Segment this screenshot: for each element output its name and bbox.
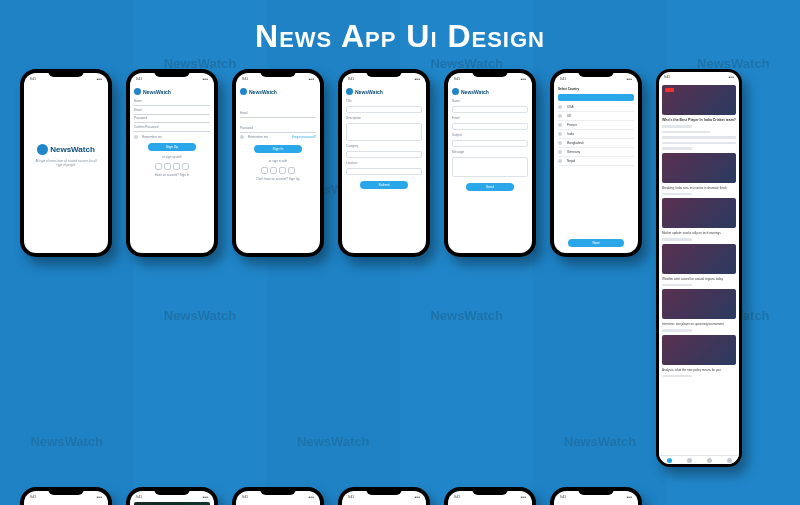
forgot-link[interactable]: Forgot password? <box>292 135 316 139</box>
google-icon[interactable] <box>164 163 171 170</box>
facebook-icon[interactable] <box>261 167 268 174</box>
news-card[interactable] <box>662 153 736 183</box>
screen-splash: 9:41●●● NewsWatch All type of news from … <box>20 69 112 257</box>
checkbox-icon[interactable] <box>240 135 244 139</box>
message-field[interactable] <box>452 157 528 177</box>
screen-signup: 9:41●●● NewsWatch Name Email Password Co… <box>126 69 218 257</box>
live-badge <box>665 88 674 92</box>
screen-article: 9:41●●● Women's population soars & BIG p… <box>126 487 218 505</box>
screen-profile: 9:41●●● Full Name Email Phone Country Ch… <box>550 487 642 505</box>
globe-icon <box>346 88 353 95</box>
screen-home: 9:41●●● Home Who's the Best Player In In… <box>20 487 112 505</box>
screen-tags: 9:41●●● Popular Tags Cricket · Politics … <box>232 487 324 505</box>
apple-icon[interactable] <box>279 167 286 174</box>
news-card[interactable] <box>662 335 736 365</box>
signin-button[interactable]: Sign In <box>254 145 302 153</box>
subject-field[interactable] <box>452 140 528 147</box>
signup-button[interactable]: Sign Up <box>148 143 196 151</box>
country-item[interactable]: India <box>558 130 634 139</box>
loc-field[interactable] <box>346 168 422 175</box>
mockup-gallery: 9:41●●● NewsWatch All type of news from … <box>0 55 800 505</box>
country-item[interactable]: Nepal <box>558 157 634 166</box>
nav-bookmark-icon[interactable] <box>707 458 712 463</box>
screen-signin: 9:41●●● NewsWatch Email Password Remembe… <box>232 69 324 257</box>
hero-image[interactable] <box>662 85 736 115</box>
country-item[interactable]: Germany <box>558 148 634 157</box>
screen-contact: 9:41●●● NewsWatch Name Email Subject Mes… <box>444 69 536 257</box>
social-row <box>134 163 210 170</box>
send-button[interactable]: Send <box>466 183 514 191</box>
globe-icon <box>134 88 141 95</box>
news-card[interactable] <box>662 244 736 274</box>
next-button[interactable]: Next <box>568 239 624 247</box>
name-field[interactable] <box>452 106 528 113</box>
screen-feed-scroll: 9:41●●● Who's the Best Player In India C… <box>656 69 742 467</box>
news-card[interactable] <box>662 198 736 228</box>
twitter-icon[interactable] <box>288 167 295 174</box>
screen-countries: 9:41●●● Select Country USA UK France Ind… <box>550 69 642 257</box>
news-card[interactable] <box>662 289 736 319</box>
country-item[interactable]: UK <box>558 112 634 121</box>
title-field[interactable] <box>346 106 422 113</box>
globe-icon <box>240 88 247 95</box>
flag-icon <box>558 159 562 163</box>
apple-icon[interactable] <box>173 163 180 170</box>
submit-button[interactable]: Submit <box>360 181 408 189</box>
checkbox-icon[interactable] <box>134 135 138 139</box>
country-item[interactable]: Bangladesh <box>558 139 634 148</box>
screen-post: 9:41●●● Create Post Upload Image Title C… <box>444 487 536 505</box>
screen-report: 9:41●●● NewsWatch Title Description Cate… <box>338 69 430 257</box>
globe-icon <box>37 144 48 155</box>
flag-icon <box>558 114 562 118</box>
facebook-icon[interactable] <box>155 163 162 170</box>
flag-icon <box>558 141 562 145</box>
cat-field[interactable] <box>346 151 422 158</box>
flag-icon <box>558 123 562 127</box>
nav-home-icon[interactable] <box>667 458 672 463</box>
google-icon[interactable] <box>270 167 277 174</box>
twitter-icon[interactable] <box>182 163 189 170</box>
brand-logo: NewsWatch <box>28 144 104 155</box>
flag-icon <box>558 105 562 109</box>
globe-icon <box>452 88 459 95</box>
nav-search-icon[interactable] <box>687 458 692 463</box>
bottom-nav <box>659 455 739 464</box>
desc-field[interactable] <box>346 123 422 141</box>
email-field[interactable] <box>452 123 528 130</box>
flag-icon <box>558 132 562 136</box>
nav-profile-icon[interactable] <box>727 458 732 463</box>
page-title: News App Ui Design <box>0 0 800 55</box>
country-item[interactable]: France <box>558 121 634 130</box>
flag-icon <box>558 150 562 154</box>
search-input[interactable] <box>558 94 634 101</box>
country-item[interactable]: USA <box>558 103 634 112</box>
screen-settings: 9:41●●● Settings My Tags› Notification A… <box>338 487 430 505</box>
